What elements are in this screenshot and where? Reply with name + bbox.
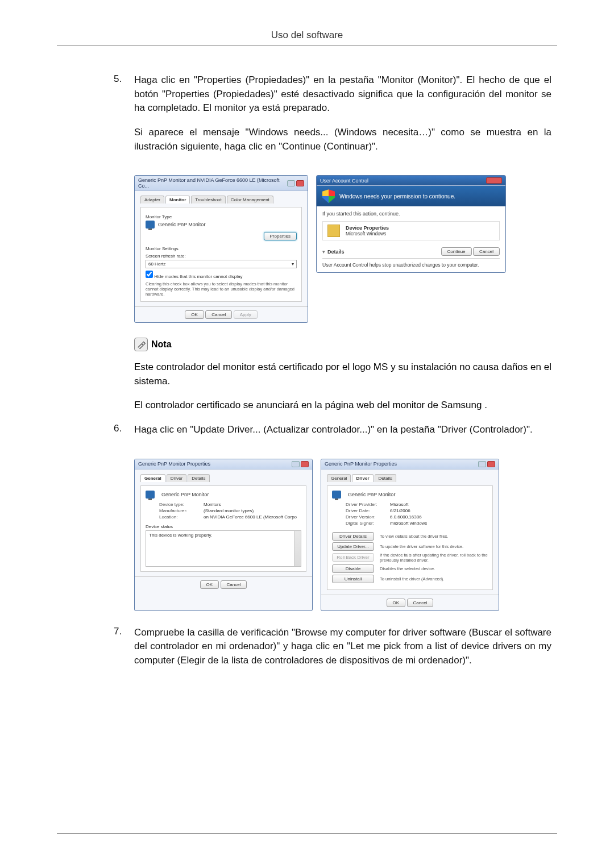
uac-footer-text: User Account Control helps stop unauthor… [322, 258, 500, 268]
update-driver-button[interactable]: Update Driver... [332, 542, 374, 551]
close-icon[interactable] [487, 461, 495, 467]
tab-monitor[interactable]: Monitor [165, 196, 190, 203]
tab-driver[interactable]: Driver [167, 474, 186, 482]
device-type-label: Device type: [159, 502, 204, 507]
chevron-down-icon: ▾ [292, 261, 294, 267]
continue-button[interactable]: Continue [441, 247, 472, 256]
device-status-text: This device is working properly. [149, 533, 212, 538]
tab-troubleshoot[interactable]: Troubleshoot [191, 196, 225, 203]
tab-adapter[interactable]: Adapter [140, 196, 164, 203]
rollback-driver-button: Roll Back Driver [332, 553, 374, 562]
figure-row-1: Generic PnP Monitor and NVIDIA GeForce 6… [134, 175, 551, 323]
tab-color-management[interactable]: Color Management [227, 196, 273, 203]
help-icon[interactable] [292, 461, 300, 467]
tab-general[interactable]: General [140, 474, 165, 482]
page-header-title: Uso del software [57, 30, 557, 41]
step-5: 5. Haga clic en "Properties (Propiedades… [114, 73, 551, 164]
shield-icon [322, 189, 335, 203]
figure-row-2: Generic PnP Monitor Properties General D… [134, 459, 551, 611]
minimize-icon[interactable] [287, 180, 295, 186]
driver-version-value: 6.0.6000.16386 [390, 514, 422, 520]
step-number: 7. [114, 626, 134, 678]
note-p1: Este controlador del monitor está certif… [134, 360, 551, 388]
driver-provider-value: Microsoft [390, 502, 408, 507]
hide-modes-checkbox-row: Hide modes that this monitor cannot disp… [146, 271, 297, 279]
close-icon[interactable] [301, 461, 309, 467]
monitor-icon [146, 221, 155, 229]
note-icon [134, 338, 148, 351]
uac-if-started: If you started this action, continue. [322, 211, 500, 217]
ok-button[interactable]: OK [200, 580, 219, 589]
driver-date-label: Driver Date: [346, 508, 390, 513]
help-icon[interactable] [478, 461, 486, 467]
note-p2: El controlador certificado se anunciará … [134, 398, 551, 413]
cancel-button[interactable]: Cancel [473, 247, 500, 256]
step-body: Compruebe la casilla de verificación "Br… [134, 626, 551, 678]
driver-version-label: Driver Version: [346, 514, 390, 520]
uac-program-name: Device Properties [346, 225, 389, 231]
step-7: 7. Compruebe la casilla de verificación … [114, 626, 551, 678]
ok-button[interactable]: OK [387, 599, 406, 607]
device-status-label: Device status [146, 524, 301, 529]
content-area: 5. Haga clic en "Properties (Propiedades… [57, 73, 557, 678]
disable-button[interactable]: Disable [332, 564, 374, 573]
header-divider [57, 45, 557, 46]
dialog-titlebar: Generic PnP Monitor Properties [321, 459, 499, 470]
uac-publisher: Microsoft Windows [346, 231, 389, 236]
tab-details[interactable]: Details [188, 474, 209, 482]
location-value: on NVIDIA GeForce 6600 LE (Microsoft Cor… [204, 514, 297, 520]
device-status-box: This device is working properly. [146, 530, 301, 567]
step5-p1: Haga clic en "Properties (Propiedades)" … [134, 73, 551, 115]
device-properties-driver-dialog: Generic PnP Monitor Properties General D… [321, 459, 499, 611]
rollback-driver-desc: If the device fails after updating the d… [380, 553, 488, 563]
device-name: Generic PnP Monitor [348, 492, 395, 497]
manufacturer-value: (Standard monitor types) [204, 508, 254, 513]
monitor-icon [332, 491, 341, 499]
note-heading: Nota [134, 338, 551, 351]
dialog-title: Generic PnP Monitor Properties [138, 461, 210, 467]
step-number: 5. [114, 73, 134, 164]
uac-headline-row: Windows needs your permission to contion… [317, 186, 505, 206]
device-properties-general-dialog: Generic PnP Monitor Properties General D… [134, 459, 313, 611]
uninstall-desc: To uninstall the driver (Advanced). [380, 576, 488, 582]
driver-provider-label: Driver Provider: [346, 502, 390, 507]
hide-modes-checkbox[interactable] [146, 271, 153, 278]
footer-divider [57, 833, 557, 834]
monitor-name: Generic PnP Monitor [158, 222, 205, 227]
hide-modes-label: Hide modes that this monitor cannot disp… [154, 274, 242, 279]
uac-details-toggle[interactable]: Details [327, 249, 345, 255]
ok-button[interactable]: OK [185, 310, 204, 319]
uac-dialog: User Account Control Windows needs your … [316, 175, 506, 273]
driver-details-button[interactable]: Driver Details [332, 532, 374, 541]
step-6: 6. Haga clic en "Update Driver... (Actua… [114, 423, 551, 447]
monitor-type-label: Monitor Type [146, 214, 297, 219]
close-icon[interactable] [296, 180, 304, 186]
dialog-titlebar: Generic PnP Monitor and NVIDIA GeForce 6… [135, 176, 308, 191]
refresh-rate-value: 60 Hertz [148, 261, 165, 267]
monitor-settings-label: Monitor Settings [146, 246, 297, 251]
manufacturer-label: Manufacturer: [159, 508, 204, 513]
step6-p1: Haga clic en "Update Driver... (Actualiz… [134, 423, 551, 437]
disable-desc: Disables the selected device. [380, 566, 488, 571]
uninstall-button[interactable]: Uninstall [332, 575, 374, 583]
device-type-value: Monitors [204, 502, 221, 507]
step-body: Haga clic en "Properties (Propiedades)" … [134, 73, 551, 164]
uac-headline: Windows needs your permission to contion… [339, 193, 455, 200]
window-controls [287, 180, 304, 186]
refresh-rate-select[interactable]: 60 Hertz ▾ [146, 260, 297, 268]
close-icon[interactable] [486, 177, 502, 184]
chevron-down-icon: ▾ [322, 249, 325, 255]
cancel-button[interactable]: Cancel [205, 310, 232, 319]
apply-button: Apply [234, 310, 258, 319]
driver-date-value: 6/21/2006 [390, 508, 410, 513]
properties-button[interactable]: Properties [264, 232, 297, 240]
tab-driver[interactable]: Driver [352, 474, 373, 482]
monitor-icon [146, 491, 155, 499]
tab-details[interactable]: Details [375, 474, 396, 482]
tab-general[interactable]: General [327, 474, 351, 482]
scrollbar[interactable] [294, 531, 301, 566]
cancel-button[interactable]: Cancel [407, 599, 434, 607]
cancel-button[interactable]: Cancel [221, 580, 247, 589]
dialog-title: Generic PnP Monitor Properties [325, 461, 397, 467]
step5-p2: Si aparece el mensaje "Windows needs... … [134, 126, 551, 153]
